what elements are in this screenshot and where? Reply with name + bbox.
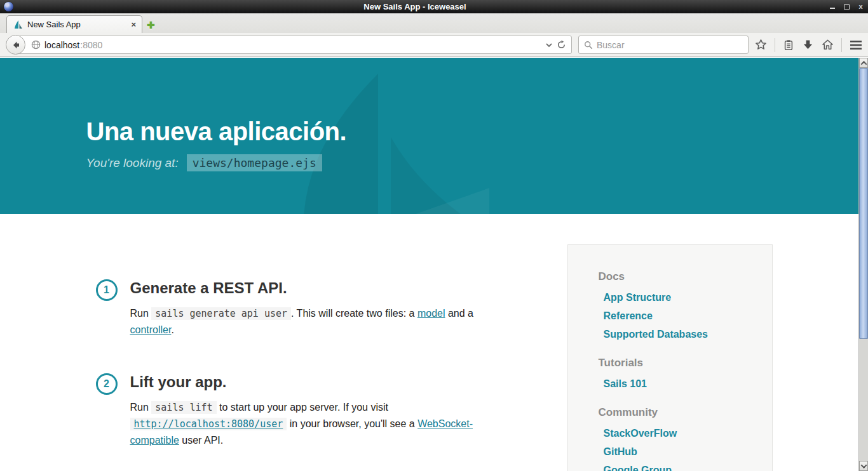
tab-title: New Sails App: [27, 20, 126, 29]
reload-icon[interactable]: [557, 40, 566, 50]
sidebar-group-community: Community StackOverFlow GitHub Google Gr…: [599, 406, 759, 471]
step-2-description: Run sails lift to start up your app serv…: [130, 399, 502, 448]
tab-strip: New Sails App × ✚: [0, 13, 868, 33]
step-2-title: Lift your app.: [130, 373, 502, 391]
bookmarks-menu-icon[interactable]: [783, 39, 794, 51]
close-window-icon[interactable]: x: [857, 3, 864, 10]
scroll-down-arrow-icon[interactable]: [859, 461, 868, 471]
window-title: New Sails App - Iceweasel: [0, 2, 830, 11]
hero-title: Una nueva aplicación.: [86, 117, 773, 146]
homepage-path-code: views/homepage.ejs: [187, 154, 322, 171]
tab-new-sails-app[interactable]: New Sails App ×: [6, 15, 142, 33]
text-segment: and a: [445, 308, 473, 319]
restore-icon[interactable]: [843, 3, 850, 10]
step-1-title: Generate a REST API.: [130, 279, 502, 297]
text-segment: .: [171, 324, 173, 335]
text-segment: Run: [130, 402, 152, 413]
step-2: 2 Lift your app. Run sails lift to start…: [96, 373, 512, 448]
localhost-user-link[interactable]: http://localhost:8080/user: [130, 418, 287, 430]
toolbar-separator: [775, 38, 775, 52]
scroll-up-arrow-icon[interactable]: [859, 58, 868, 68]
step-1: 1 Generate a REST API. Run sails generat…: [96, 279, 512, 338]
new-tab-button[interactable]: ✚: [147, 20, 155, 30]
step-2-number-badge: 2: [96, 373, 118, 395]
hamburger-menu-icon[interactable]: [850, 40, 862, 50]
window-titlebar: New Sails App - Iceweasel x: [0, 0, 868, 13]
sidebar-link-reference[interactable]: Reference: [604, 310, 759, 322]
url-host: localhost: [44, 40, 79, 50]
sidebar-link-supported-databases[interactable]: Supported Databases: [604, 329, 759, 340]
toolbar-separator: [841, 38, 842, 52]
tutorials-heading: Tutorials: [599, 357, 759, 369]
home-icon[interactable]: [822, 39, 834, 51]
tab-close-icon[interactable]: ×: [131, 20, 136, 29]
content-area: 1 Generate a REST API. Run sails generat…: [86, 214, 773, 471]
step-1-description: Run sails generate api user. This will c…: [130, 305, 502, 338]
navigation-toolbar: localhost:8080: [0, 33, 868, 57]
search-magnifier-icon: [584, 41, 593, 50]
text-segment: to start up your app server. If you visi…: [217, 402, 388, 413]
sidebar-link-stackoverflow[interactable]: StackOverFlow: [604, 428, 759, 439]
back-button[interactable]: [6, 35, 25, 55]
vertical-scrollbar[interactable]: [858, 58, 868, 471]
scrollbar-thumb[interactable]: [859, 68, 868, 339]
back-arrow-icon: [11, 40, 21, 50]
sidebar-link-app-structure[interactable]: App Structure: [604, 292, 759, 303]
downloads-arrow-icon[interactable]: [802, 39, 814, 51]
text-segment: in your browser, you'll see a: [287, 418, 417, 429]
text-segment: . This will create two files: a: [291, 308, 417, 319]
sails-favicon-icon: [13, 20, 23, 30]
text-segment: user API.: [179, 435, 223, 446]
url-port: :8080: [80, 40, 102, 50]
sidebar-link-google-group[interactable]: Google Group: [604, 465, 759, 471]
sidebar-link-github[interactable]: GitHub: [604, 446, 759, 458]
hero-subtitle: You're looking at:: [86, 156, 179, 170]
generate-api-command-code: sails generate api user: [151, 307, 291, 320]
url-dropdown-chevron-icon[interactable]: [545, 43, 553, 48]
sidebar-link-sails-101[interactable]: Sails 101: [604, 378, 759, 390]
search-box[interactable]: [578, 36, 749, 54]
url-bar[interactable]: localhost:8080: [15, 36, 572, 54]
step-1-number-badge: 1: [96, 279, 118, 301]
community-heading: Community: [599, 406, 759, 419]
links-sidebar: Docs App Structure Reference Supported D…: [567, 244, 773, 471]
model-link[interactable]: model: [417, 308, 445, 319]
site-globe-icon[interactable]: [31, 40, 41, 50]
docs-heading: Docs: [599, 270, 759, 283]
sidebar-group-tutorials: Tutorials Sails 101: [599, 357, 759, 390]
search-input[interactable]: [597, 40, 743, 50]
sails-lift-command-code: sails lift: [151, 401, 216, 414]
sidebar-group-docs: Docs App Structure Reference Supported D…: [599, 270, 759, 340]
hero-banner: Una nueva aplicación. You're looking at:…: [0, 58, 858, 214]
minimize-icon[interactable]: [829, 3, 836, 10]
page-viewport: Una nueva aplicación. You're looking at:…: [0, 58, 858, 471]
text-segment: Run: [130, 308, 152, 319]
steps-column: 1 Generate a REST API. Run sails generat…: [86, 279, 512, 471]
bookmark-star-icon[interactable]: [755, 39, 767, 51]
controller-link[interactable]: controller: [130, 324, 172, 335]
